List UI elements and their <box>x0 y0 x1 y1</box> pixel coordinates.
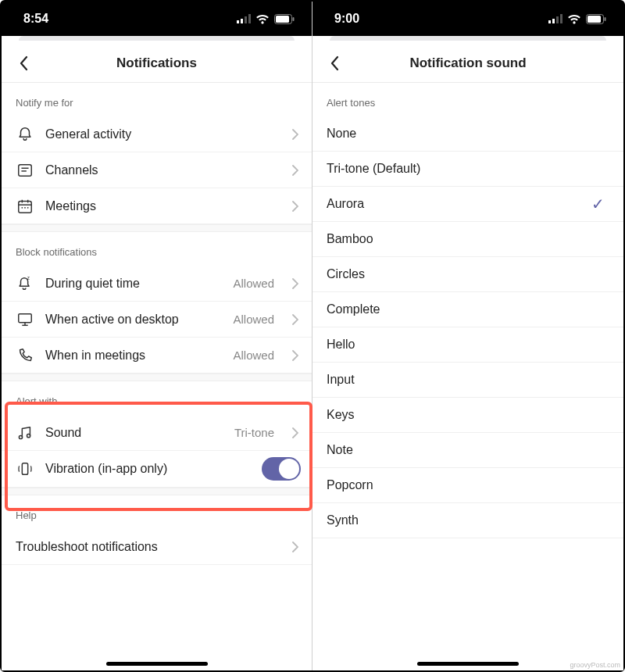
svg-point-16 <box>27 206 29 208</box>
tone-row[interactable]: Aurora✓ <box>312 187 623 222</box>
group-gap <box>2 374 312 381</box>
vibrate-icon <box>16 459 34 478</box>
svg-rect-25 <box>552 19 555 23</box>
row-quiet-time[interactable]: z During quiet time Allowed <box>2 266 312 302</box>
status-bar: 9:00 <box>312 2 623 36</box>
svg-point-21 <box>19 435 22 438</box>
svg-rect-24 <box>548 20 551 23</box>
svg-rect-5 <box>276 16 289 23</box>
svg-rect-1 <box>241 19 243 23</box>
section-header-notify: Notify me for <box>2 83 312 116</box>
tone-label: None <box>327 127 605 141</box>
tone-label: Popcorn <box>327 478 605 492</box>
section-header-block: Block notifications <box>2 232 312 266</box>
tone-label: Circles <box>327 267 605 281</box>
content-scroll[interactable]: Alert tones NoneTri-tone (Default)Aurora… <box>312 83 623 670</box>
row-label: Channels <box>45 163 279 177</box>
row-value: Allowed <box>233 277 274 290</box>
tone-row[interactable]: Circles <box>312 257 623 292</box>
navbar: Notifications <box>2 44 312 83</box>
signal-icon <box>237 14 251 23</box>
phone-icon <box>16 346 34 365</box>
tone-label: Keys <box>327 408 605 422</box>
chevron-right-icon <box>290 314 301 325</box>
row-troubleshoot[interactable]: Troubleshoot notifications <box>2 529 312 565</box>
watermark: groovyPost.com <box>570 661 620 669</box>
bell-icon <box>16 125 34 144</box>
svg-text:z: z <box>27 275 30 281</box>
svg-rect-23 <box>22 463 27 475</box>
svg-point-22 <box>27 434 30 437</box>
row-value: Allowed <box>233 349 274 362</box>
tab-shadow <box>312 36 623 44</box>
check-icon: ✓ <box>591 195 605 213</box>
tone-row[interactable]: Popcorn <box>312 468 623 503</box>
navbar: Notification sound <box>312 44 623 83</box>
tone-row[interactable]: Tri-tone (Default) <box>312 152 623 187</box>
home-indicator <box>106 662 208 666</box>
chevron-right-icon <box>290 278 301 289</box>
row-meetings[interactable]: Meetings <box>2 188 312 224</box>
chevron-right-icon <box>290 201 301 212</box>
battery-icon <box>274 14 295 24</box>
svg-rect-7 <box>19 164 32 176</box>
section-header-help: Help <box>2 495 312 529</box>
chevron-right-icon <box>290 129 301 140</box>
status-time: 9:00 <box>334 12 359 26</box>
svg-point-14 <box>21 206 23 208</box>
group-gap <box>2 488 312 495</box>
phone-right: 9:00 Notification sound Alert tones None… <box>312 2 623 670</box>
tone-row[interactable]: Hello <box>312 327 623 363</box>
tone-row[interactable]: Complete <box>312 292 623 327</box>
music-icon <box>16 424 34 442</box>
row-active-desktop[interactable]: When active on desktop Allowed <box>2 302 312 338</box>
status-indicators <box>548 14 606 24</box>
tone-row[interactable]: Note <box>312 433 623 468</box>
tone-label: Aurora <box>327 197 591 211</box>
content-scroll[interactable]: Notify me for General activity Channels <box>2 83 312 670</box>
row-in-meetings[interactable]: When in meetings Allowed <box>2 338 312 374</box>
row-label: Meetings <box>45 199 279 213</box>
tone-label: Tri-tone (Default) <box>327 162 605 176</box>
row-vibration[interactable]: Vibration (in-app only) <box>2 451 312 488</box>
tone-row[interactable]: Input <box>312 363 623 398</box>
page-title: Notifications <box>116 55 197 71</box>
row-channels[interactable]: Channels <box>2 152 312 188</box>
vibration-toggle[interactable] <box>262 457 301 481</box>
tone-row[interactable]: Keys <box>312 398 623 433</box>
group-gap <box>2 224 312 232</box>
tab-shadow <box>2 36 312 44</box>
svg-rect-6 <box>293 17 295 21</box>
svg-rect-0 <box>237 20 239 23</box>
tone-label: Complete <box>327 302 605 316</box>
row-sound[interactable]: Sound Tri-tone <box>2 415 312 451</box>
row-label: Sound <box>45 426 223 440</box>
row-label: General activity <box>45 127 279 141</box>
tone-label: Note <box>327 443 605 457</box>
chevron-right-icon <box>290 542 301 552</box>
tone-row[interactable]: Bamboo <box>312 222 623 257</box>
svg-rect-29 <box>588 16 601 23</box>
page-title: Notification sound <box>409 55 526 71</box>
row-general-activity[interactable]: General activity <box>2 116 312 152</box>
section-header-alert: Alert with <box>2 381 312 415</box>
chevron-left-icon <box>329 55 340 71</box>
back-button[interactable] <box>12 52 34 74</box>
quiet-icon: z <box>16 274 34 293</box>
svg-rect-27 <box>560 14 562 23</box>
signal-icon <box>548 14 562 23</box>
back-button[interactable] <box>323 52 345 74</box>
svg-rect-2 <box>245 16 247 23</box>
row-label: When in meetings <box>45 349 222 363</box>
chevron-left-icon <box>18 55 29 71</box>
row-value: Tri-tone <box>234 426 274 439</box>
section-header-tones: Alert tones <box>312 83 623 116</box>
battery-icon <box>586 14 606 24</box>
tone-label: Hello <box>327 338 605 352</box>
tone-row[interactable]: None <box>312 116 623 152</box>
svg-point-15 <box>24 206 26 208</box>
row-label: When active on desktop <box>45 313 222 327</box>
channel-icon <box>16 161 34 180</box>
tone-row[interactable]: Synth <box>312 503 623 538</box>
wifi-icon <box>255 14 270 24</box>
